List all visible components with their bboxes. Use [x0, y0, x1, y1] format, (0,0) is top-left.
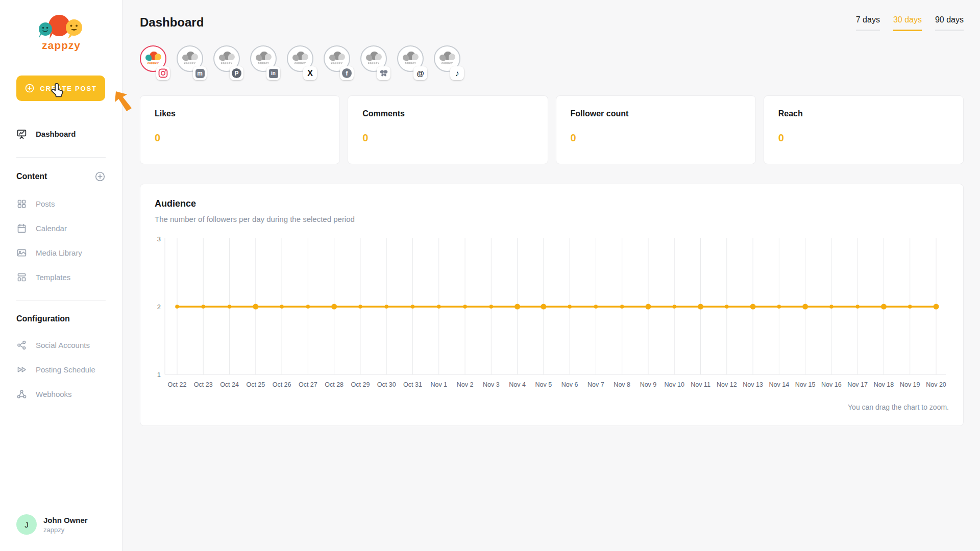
- svg-text:Nov 7: Nov 7: [587, 381, 604, 388]
- mastodon-icon: m: [193, 66, 207, 80]
- zappzy-avatar: zappzy: [438, 51, 456, 67]
- social-accounts-row: zappzyzappzymzappzyPzappzyinzappzyXzappz…: [140, 45, 964, 81]
- zappzy-avatar: zappzy: [364, 51, 383, 67]
- svg-text:Nov 11: Nov 11: [691, 381, 710, 388]
- svg-text:Oct 23: Oct 23: [194, 381, 213, 388]
- account-avatar-tiktok[interactable]: zappzy♪: [434, 45, 463, 81]
- section-title: Content: [16, 172, 47, 181]
- sidebar-item-label: Media Library: [36, 248, 82, 257]
- x-icon: X: [303, 66, 317, 80]
- svg-text:Nov 20: Nov 20: [926, 381, 946, 388]
- sidebar-item-dashboard[interactable]: Dashboard: [0, 121, 122, 146]
- svg-text:Nov 1: Nov 1: [430, 381, 447, 388]
- sidebar-item-posting-schedule[interactable]: Posting Schedule: [0, 357, 122, 382]
- period-tab-90-days[interactable]: 90 days: [935, 15, 964, 31]
- audience-chart[interactable]: 123Oct 22Oct 23Oct 24Oct 25Oct 26Oct 27O…: [155, 235, 949, 396]
- svg-text:2: 2: [157, 303, 161, 311]
- posts-icon: [16, 198, 27, 209]
- svg-text:Oct 30: Oct 30: [377, 381, 396, 388]
- sidebar-item-calendar[interactable]: Calendar: [0, 216, 122, 240]
- sidebar-item-templates[interactable]: Templates: [0, 265, 122, 289]
- calendar-icon: [16, 223, 27, 234]
- svg-text:Oct 22: Oct 22: [168, 381, 187, 388]
- period-tabs: 7 days30 days90 days: [856, 15, 964, 31]
- stat-label: Reach: [778, 109, 949, 118]
- sidebar-item-label: Templates: [36, 273, 70, 282]
- dashboard-icon: [16, 129, 27, 139]
- linkedin-icon: in: [266, 66, 280, 80]
- svg-text:Nov 18: Nov 18: [874, 381, 894, 388]
- account-avatar-threads[interactable]: zappzy@: [397, 45, 427, 81]
- user-menu[interactable]: J John Owner zappzy: [16, 514, 88, 535]
- zappzy-avatar: zappzy: [254, 51, 273, 67]
- account-avatar-mastodon[interactable]: zappzym: [177, 45, 206, 81]
- user-name: John Owner: [43, 516, 88, 524]
- account-avatar-pinterest[interactable]: zappzyP: [213, 45, 243, 81]
- account-avatar-instagram[interactable]: zappzy: [140, 45, 169, 81]
- main-header: Dashboard 7 days30 days90 days: [140, 0, 964, 31]
- svg-text:Nov 3: Nov 3: [483, 381, 500, 388]
- sidebar-nav: DashboardContentPostsCalendarMedia Libra…: [0, 121, 122, 406]
- svg-text:Nov 12: Nov 12: [717, 381, 737, 388]
- zappzy-avatar: zappzy: [181, 51, 199, 67]
- sidebar: zappzy CREATE POST DashboardContentPosts…: [0, 0, 122, 551]
- account-avatar-linkedin[interactable]: zappzyin: [250, 45, 280, 81]
- stat-cards: Likes0Comments0Follower count0Reach0: [140, 95, 964, 164]
- stat-card-follower-count: Follower count0: [556, 95, 756, 164]
- sidebar-item-label: Webhooks: [36, 390, 72, 398]
- account-avatar-facebook[interactable]: zappzyf: [324, 45, 353, 81]
- chart-zoom-hint: You can drag the chart to zoom.: [155, 403, 949, 411]
- section-header: Configuration: [0, 312, 122, 325]
- svg-text:Oct 28: Oct 28: [325, 381, 344, 388]
- svg-text:Oct 31: Oct 31: [403, 381, 422, 388]
- svg-text:Nov 4: Nov 4: [509, 381, 526, 388]
- svg-text:Nov 16: Nov 16: [821, 381, 842, 388]
- period-tab-7-days[interactable]: 7 days: [856, 15, 880, 31]
- svg-text:Nov 17: Nov 17: [847, 381, 868, 388]
- zappzy-logo-icon: zappzy: [30, 12, 92, 54]
- page-title: Dashboard: [140, 15, 204, 30]
- svg-text:3: 3: [157, 235, 161, 243]
- plus-circle-icon: [24, 83, 35, 93]
- svg-text:Nov 15: Nov 15: [795, 381, 816, 388]
- media-icon: [16, 247, 27, 258]
- svg-text:Oct 25: Oct 25: [246, 381, 265, 388]
- facebook-icon: f: [340, 66, 354, 80]
- sidebar-divider: [16, 157, 106, 158]
- stat-label: Comments: [362, 109, 533, 118]
- bluesky-icon: [377, 66, 390, 80]
- account-avatar-x[interactable]: zappzyX: [287, 45, 316, 81]
- zappzy-avatar: zappzy: [217, 51, 236, 67]
- sidebar-item-media-library[interactable]: Media Library: [0, 240, 122, 265]
- share-icon: [16, 340, 27, 350]
- sidebar-item-label: Calendar: [36, 224, 67, 233]
- svg-text:Nov 10: Nov 10: [664, 381, 684, 388]
- sidebar-item-webhooks[interactable]: Webhooks: [0, 382, 122, 406]
- svg-text:zappzy: zappzy: [41, 39, 80, 51]
- section-header: Content: [0, 169, 122, 184]
- stat-card-reach: Reach0: [764, 95, 964, 164]
- zappzy-avatar: zappzy: [144, 51, 162, 67]
- stat-value: 0: [778, 132, 949, 144]
- svg-text:Nov 14: Nov 14: [769, 381, 790, 388]
- pinterest-icon: P: [230, 66, 243, 80]
- audience-line-chart: 123Oct 22Oct 23Oct 24Oct 25Oct 26Oct 27O…: [155, 235, 949, 394]
- svg-text:Nov 5: Nov 5: [535, 381, 552, 388]
- sidebar-item-label: Posts: [36, 199, 55, 208]
- account-avatar-bluesky[interactable]: zappzy: [360, 45, 390, 81]
- add-content-button[interactable]: [94, 171, 106, 182]
- svg-text:Nov 13: Nov 13: [743, 381, 763, 388]
- app-root: zappzy CREATE POST DashboardContentPosts…: [0, 0, 980, 551]
- sidebar-item-posts[interactable]: Posts: [0, 191, 122, 216]
- section-title: Configuration: [16, 314, 70, 323]
- stat-label: Likes: [155, 109, 325, 118]
- sidebar-item-label: Dashboard: [36, 130, 76, 138]
- stat-value: 0: [362, 132, 533, 144]
- brand-logo[interactable]: zappzy: [0, 0, 122, 54]
- period-tab-30-days[interactable]: 30 days: [893, 15, 922, 31]
- svg-text:Oct 24: Oct 24: [220, 381, 239, 388]
- sidebar-item-social-accounts[interactable]: Social Accounts: [0, 333, 122, 357]
- audience-subtitle: The number of followers per day during t…: [155, 215, 949, 223]
- hand-cursor-icon: [50, 83, 65, 99]
- stat-value: 0: [155, 132, 325, 144]
